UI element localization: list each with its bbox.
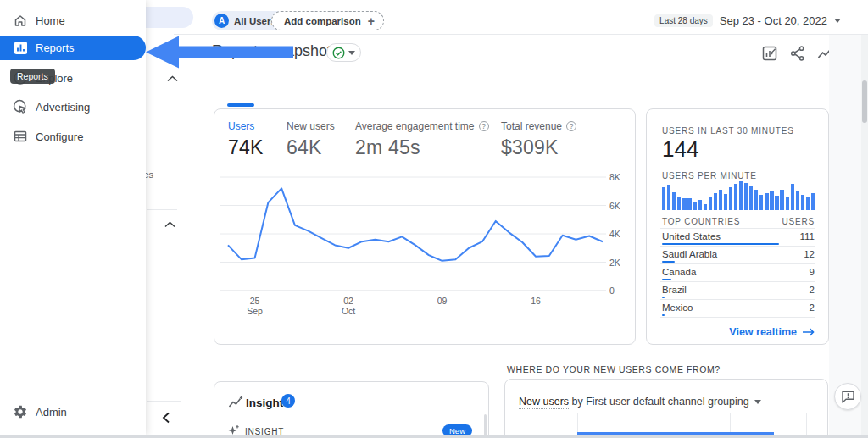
country-bar bbox=[662, 243, 779, 246]
advertising-icon bbox=[13, 99, 28, 114]
sidebar-item-configure[interactable]: Configure bbox=[0, 122, 146, 151]
realtime-card: USERS IN LAST 30 MINUTES 144 USERS PER M… bbox=[646, 108, 829, 345]
sidebar-item-label: Admin bbox=[36, 406, 67, 419]
country-name: Brazil bbox=[662, 285, 687, 295]
users-column-header: USERS bbox=[782, 217, 815, 226]
per-minute-bar bbox=[734, 184, 737, 210]
report-toolbar bbox=[760, 44, 834, 62]
svg-text:Sep: Sep bbox=[247, 306, 263, 316]
svg-text:6K: 6K bbox=[609, 201, 620, 211]
metric-tab-avg-engagement-time[interactable]: Average engagement time ? 2m 45s bbox=[355, 120, 489, 159]
svg-text:09: 09 bbox=[437, 296, 448, 306]
tooltip: Reports bbox=[10, 69, 55, 84]
gear-icon bbox=[13, 404, 28, 419]
chevron-down-icon bbox=[754, 400, 761, 404]
per-minute-bar bbox=[667, 185, 670, 210]
country-row: Mexico2 bbox=[660, 300, 815, 318]
collapse-panel-icon[interactable] bbox=[161, 412, 171, 424]
header-divider bbox=[174, 34, 868, 35]
arrow-right-icon bbox=[803, 328, 815, 336]
page-scrollbar[interactable] bbox=[861, 35, 868, 435]
share-button[interactable] bbox=[788, 44, 806, 62]
svg-text:Oct: Oct bbox=[342, 306, 355, 316]
avatar: A bbox=[214, 14, 229, 28]
metric-tab-total-revenue[interactable]: Total revenue ? $309K bbox=[501, 120, 576, 159]
users-per-minute-label: USERS PER MINUTE bbox=[662, 171, 757, 180]
feedback-button[interactable] bbox=[834, 383, 861, 410]
chevron-up-icon[interactable] bbox=[166, 75, 179, 83]
svg-text:25: 25 bbox=[250, 296, 260, 306]
metric-tab-new-users[interactable]: New users 64K bbox=[287, 120, 335, 159]
customize-report-button[interactable] bbox=[760, 44, 778, 62]
country-bar bbox=[662, 314, 665, 317]
country-users-value: 111 bbox=[800, 231, 815, 241]
svg-text:2K: 2K bbox=[609, 258, 620, 268]
country-name: Saudi Arabia bbox=[662, 249, 717, 259]
per-minute-bar bbox=[739, 181, 743, 210]
sidebar-item-reports[interactable]: Reports bbox=[0, 36, 146, 60]
metric-selector[interactable]: New users bbox=[519, 396, 569, 409]
help-icon[interactable]: ? bbox=[479, 121, 489, 131]
per-minute-bar bbox=[693, 202, 696, 210]
country-row: Canada9 bbox=[660, 264, 815, 282]
sidebar-item-label: Configure bbox=[36, 130, 83, 143]
scrollbar-thumb[interactable] bbox=[862, 80, 867, 123]
users-30min-value: 144 bbox=[662, 136, 698, 163]
window-edge bbox=[0, 435, 868, 438]
country-name: Mexico bbox=[662, 302, 693, 313]
sidebar-item-label: Reports bbox=[36, 42, 75, 54]
per-minute-bar bbox=[719, 190, 722, 210]
per-minute-bar bbox=[754, 190, 758, 210]
help-icon[interactable]: ? bbox=[566, 121, 576, 131]
reports-icon bbox=[13, 41, 28, 56]
annotation-arrow bbox=[146, 36, 293, 69]
country-users-value: 2 bbox=[810, 285, 815, 295]
country-row: United States111 bbox=[660, 229, 815, 247]
per-minute-bar bbox=[811, 193, 815, 210]
section-heading: WHERE DO YOUR NEW USERS COME FROM? bbox=[507, 364, 721, 374]
users-per-minute-bar-chart bbox=[662, 181, 815, 210]
share-icon bbox=[789, 45, 806, 62]
country-users-value: 12 bbox=[804, 249, 815, 259]
top-countries-table: United States111Saudi Arabia12Canada9Bra… bbox=[660, 229, 815, 318]
per-minute-bar bbox=[786, 197, 789, 210]
per-minute-bar bbox=[672, 192, 676, 210]
per-minute-bar bbox=[770, 191, 773, 210]
svg-text:4K: 4K bbox=[609, 229, 620, 239]
insights-sparkline-icon bbox=[228, 396, 243, 409]
date-range-picker[interactable]: Last 28 days Sep 23 - Oct 20, 2022 bbox=[654, 12, 841, 29]
per-minute-bar bbox=[791, 184, 794, 210]
metric-tab-users[interactable]: Users 74K bbox=[228, 120, 264, 159]
sidebar-item-home[interactable]: Home bbox=[0, 6, 146, 35]
report-status-dropdown[interactable] bbox=[326, 43, 361, 62]
top-countries-header: TOP COUNTRIES bbox=[662, 217, 740, 226]
sidebar-item-admin[interactable]: Admin bbox=[0, 397, 146, 426]
country-name: Canada bbox=[662, 267, 696, 277]
per-minute-bar bbox=[796, 191, 799, 210]
per-minute-bar bbox=[765, 193, 768, 210]
sidebar-item-label: Advertising bbox=[36, 101, 90, 114]
chevron-down-icon bbox=[348, 51, 355, 55]
per-minute-bar bbox=[714, 193, 717, 210]
add-comparison-button[interactable]: Add comparison + bbox=[271, 11, 384, 30]
country-bar bbox=[662, 297, 665, 299]
country-users-value: 2 bbox=[810, 302, 815, 313]
view-realtime-link[interactable]: View realtime bbox=[729, 326, 815, 338]
chart-dimension-dropdown[interactable]: New users by First user default channel … bbox=[519, 396, 761, 408]
divider bbox=[147, 401, 181, 402]
plus-icon: + bbox=[368, 14, 375, 28]
all-users-label: All Users bbox=[234, 16, 276, 26]
svg-text:02: 02 bbox=[343, 296, 353, 306]
check-circle-icon bbox=[332, 47, 345, 59]
svg-text:0: 0 bbox=[609, 286, 615, 296]
add-comparison-label: Add comparison bbox=[284, 16, 361, 26]
sidebar-item-advertising[interactable]: Advertising bbox=[0, 92, 146, 121]
chevron-down-icon bbox=[834, 19, 841, 23]
per-minute-bar bbox=[724, 194, 727, 210]
chevron-up-icon[interactable] bbox=[164, 220, 176, 229]
date-preset-badge: Last 28 days bbox=[654, 14, 713, 27]
configure-icon bbox=[13, 129, 28, 144]
per-minute-bar bbox=[698, 200, 701, 210]
per-minute-bar bbox=[709, 197, 712, 210]
customize-report-icon bbox=[761, 45, 778, 62]
